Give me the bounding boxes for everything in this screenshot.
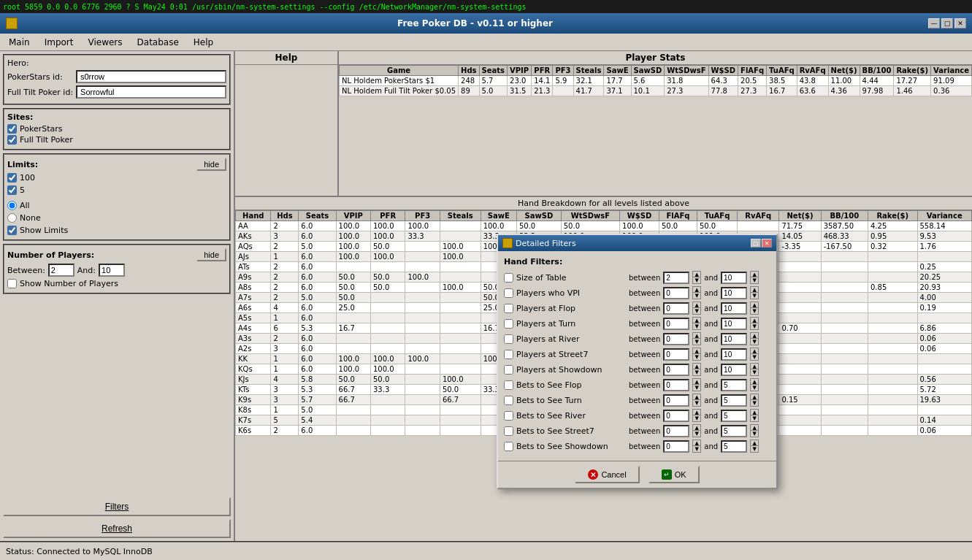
filter-checkbox-8[interactable]	[504, 396, 513, 405]
spin-down[interactable]: ▼	[751, 385, 758, 391]
filter-checkbox-3[interactable]	[504, 319, 513, 329]
spin-up[interactable]: ▲	[751, 379, 758, 385]
filter-max-input[interactable]	[721, 333, 747, 345]
spin-up[interactable]: ▲	[751, 272, 758, 277]
filter-checkbox-1[interactable]	[504, 288, 513, 298]
filter-checkbox-10[interactable]	[504, 426, 513, 436]
spin-up[interactable]: ▲	[693, 302, 700, 308]
filter-min-input[interactable]	[663, 394, 689, 407]
spin-down[interactable]: ▼	[751, 415, 758, 421]
spin-down[interactable]: ▼	[693, 446, 700, 452]
filter-max-input[interactable]	[721, 379, 747, 391]
spin-up[interactable]: ▲	[693, 287, 700, 293]
spin-down[interactable]: ▼	[693, 431, 700, 437]
filter-min-input[interactable]	[663, 425, 689, 437]
spin-down[interactable]: ▼	[751, 446, 758, 452]
filter-between-label: between	[629, 366, 660, 374]
spin-up[interactable]: ▲	[693, 333, 700, 339]
spin-down[interactable]: ▼	[751, 354, 758, 360]
filter-min-input[interactable]	[663, 379, 689, 391]
spin-up[interactable]: ▲	[693, 364, 700, 369]
filter-min-input[interactable]	[663, 287, 689, 299]
spin-down[interactable]: ▼	[693, 400, 700, 406]
filter-min-input[interactable]	[663, 364, 689, 376]
filter-max-input[interactable]	[721, 348, 747, 361]
filter-label: Players at Street7	[516, 350, 626, 359]
modal-close-button[interactable]: ✕	[762, 239, 772, 248]
spin-up[interactable]: ▲	[751, 425, 758, 431]
filter-max-input[interactable]	[721, 410, 747, 422]
spin-up[interactable]: ▲	[693, 318, 700, 323]
spin-up[interactable]: ▲	[751, 333, 758, 339]
cancel-button[interactable]: ✕ Cancel	[575, 466, 639, 483]
filter-min-input[interactable]	[663, 333, 689, 345]
spin-up[interactable]: ▲	[751, 287, 758, 293]
filter-label: Players at Flop	[516, 304, 626, 313]
filter-checkbox-2[interactable]	[504, 304, 513, 313]
filter-checkbox-0[interactable]	[504, 273, 513, 283]
spin-up[interactable]: ▲	[751, 440, 758, 446]
filter-max-input[interactable]	[721, 394, 747, 407]
filter-and-label: and	[704, 427, 718, 435]
modal-overlay: Detailed Filters □ ✕ Hand Filters: Size …	[0, 0, 972, 560]
filter-max-input[interactable]	[721, 440, 747, 453]
filter-between-label: between	[629, 396, 660, 404]
spin-down[interactable]: ▼	[693, 323, 700, 329]
spin-down[interactable]: ▼	[751, 339, 758, 345]
filter-checkbox-5[interactable]	[504, 350, 513, 359]
spin-up[interactable]: ▲	[751, 364, 758, 369]
filter-checkbox-9[interactable]	[504, 411, 513, 421]
spin-down[interactable]: ▼	[693, 369, 700, 375]
filter-max-input[interactable]	[721, 364, 747, 376]
spin-down[interactable]: ▼	[751, 400, 758, 406]
spin-down[interactable]: ▼	[751, 277, 758, 283]
spin-down[interactable]: ▼	[751, 323, 758, 329]
spin-down[interactable]: ▼	[751, 431, 758, 437]
spin-down[interactable]: ▼	[693, 415, 700, 421]
filter-max-input[interactable]	[721, 272, 747, 284]
filter-checkbox-6[interactable]	[504, 365, 513, 375]
spin-down[interactable]: ▼	[693, 339, 700, 345]
filter-checkbox-7[interactable]	[504, 380, 513, 390]
spin-down[interactable]: ▼	[693, 277, 700, 283]
filter-min-input[interactable]	[663, 318, 689, 330]
spin-down[interactable]: ▼	[693, 385, 700, 391]
filter-row: Players at Showdownbetween▲▼and▲▼	[504, 363, 770, 376]
filter-and-label: and	[704, 442, 718, 450]
spin-up[interactable]: ▲	[693, 379, 700, 385]
filter-min-input[interactable]	[663, 348, 689, 361]
spin-down[interactable]: ▼	[693, 293, 700, 299]
spin-up[interactable]: ▲	[693, 348, 700, 354]
filter-min-input[interactable]	[663, 410, 689, 422]
filter-checkbox-11[interactable]	[504, 442, 513, 451]
filter-max-input[interactable]	[721, 425, 747, 437]
filter-and-label: and	[704, 335, 718, 343]
filter-label: Bets to See Showdown	[516, 442, 626, 451]
spin-up[interactable]: ▲	[751, 394, 758, 400]
spin-up[interactable]: ▲	[751, 410, 758, 415]
filter-min-input[interactable]	[663, 440, 689, 453]
spin-up[interactable]: ▲	[693, 410, 700, 415]
spin-up[interactable]: ▲	[751, 348, 758, 354]
spin-down[interactable]: ▼	[693, 308, 700, 314]
filter-row: Bets to See Turnbetween▲▼and▲▼	[504, 394, 770, 407]
spin-down[interactable]: ▼	[693, 354, 700, 360]
spin-up[interactable]: ▲	[693, 394, 700, 400]
filter-max-input[interactable]	[721, 302, 747, 315]
filter-max-input[interactable]	[721, 318, 747, 330]
spin-up[interactable]: ▲	[751, 318, 758, 323]
spin-down[interactable]: ▼	[751, 369, 758, 375]
filter-min-input[interactable]	[663, 302, 689, 315]
spin-down[interactable]: ▼	[751, 308, 758, 314]
spin-up[interactable]: ▲	[751, 302, 758, 308]
spin-up[interactable]: ▲	[693, 425, 700, 431]
modal-maximize-button[interactable]: □	[751, 239, 761, 248]
spin-up[interactable]: ▲	[693, 272, 700, 277]
spin-down[interactable]: ▼	[751, 293, 758, 299]
filter-label: Players at River	[516, 334, 626, 344]
spin-up[interactable]: ▲	[693, 440, 700, 446]
filter-max-input[interactable]	[721, 287, 747, 299]
filter-min-input[interactable]	[663, 272, 689, 284]
ok-button[interactable]: ↵ OK	[648, 466, 700, 483]
filter-checkbox-4[interactable]	[504, 334, 513, 344]
